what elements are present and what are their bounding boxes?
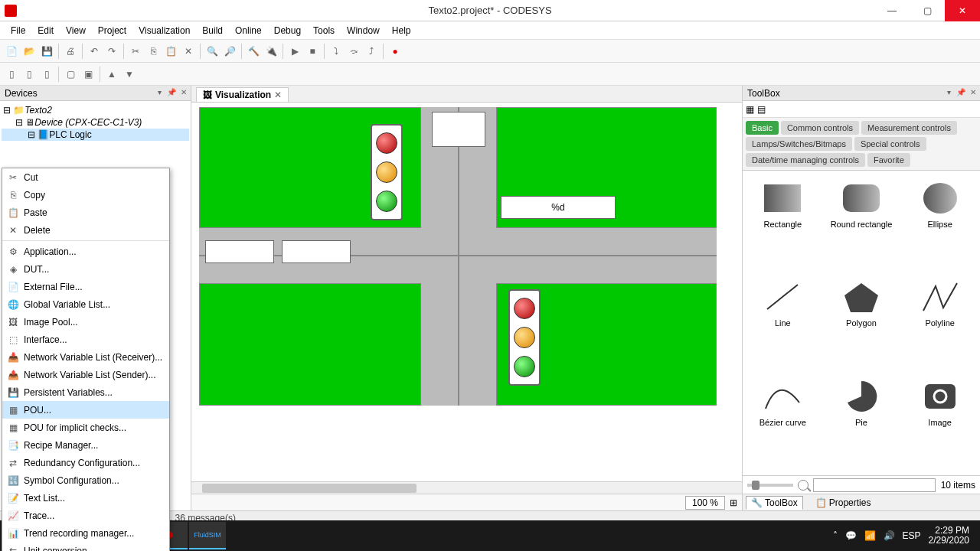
shape-bezier[interactable]: Bézier curve xyxy=(744,373,822,471)
cm-redundancy[interactable]: ⇄Redundancy Configuration... xyxy=(2,454,169,471)
menu-file[interactable]: File xyxy=(5,24,31,37)
undo-icon[interactable]: ↶ xyxy=(86,43,103,60)
menu-view[interactable]: View xyxy=(60,24,92,37)
close-button[interactable]: ✕ xyxy=(945,0,980,21)
cm-cut[interactable]: ✂Cut xyxy=(2,168,169,186)
step-out-icon[interactable]: ⤴ xyxy=(363,43,380,60)
minimize-button[interactable]: — xyxy=(874,0,910,21)
cm-nvl-receiver[interactable]: 📥Network Variable List (Receiver)... xyxy=(2,348,169,366)
tray-volume-icon[interactable]: 🔊 xyxy=(884,530,895,541)
shape-polygon[interactable]: Polygon xyxy=(823,274,900,371)
textbox-left-1[interactable] xyxy=(205,240,274,263)
menu-window[interactable]: Window xyxy=(341,24,386,37)
category-basic[interactable]: Basic xyxy=(746,121,779,135)
cm-pou[interactable]: ▦POU... xyxy=(2,401,169,419)
category-special[interactable]: Special controls xyxy=(854,137,926,151)
group-icon[interactable]: ▢ xyxy=(62,66,79,83)
cm-paste[interactable]: 📋Paste xyxy=(2,204,169,221)
panel-close-icon[interactable]: ✕ xyxy=(968,88,978,99)
tree-plc-logic[interactable]: ⊟ 📘 PLC Logic xyxy=(2,129,189,141)
tray-network-icon[interactable]: 📶 xyxy=(864,530,876,541)
cut-icon[interactable]: ✂ xyxy=(127,43,144,60)
paste-icon[interactable]: 📋 xyxy=(162,43,179,60)
zoom-slider[interactable] xyxy=(747,484,793,487)
shape-pie[interactable]: Pie xyxy=(823,373,900,471)
panel-dropdown-icon[interactable]: ▾ xyxy=(943,88,954,99)
cm-delete[interactable]: ✕Delete xyxy=(2,221,169,239)
category-favorite[interactable]: Favorite xyxy=(867,153,910,167)
menu-build[interactable]: Build xyxy=(196,24,229,37)
save-icon[interactable]: 💾 xyxy=(38,43,55,60)
bring-front-icon[interactable]: ▲ xyxy=(103,66,120,83)
shape-line[interactable]: Line xyxy=(744,274,822,371)
menu-help[interactable]: Help xyxy=(386,24,417,37)
tray-clock[interactable]: 2:29 PM 2/29/2020 xyxy=(929,526,969,546)
cm-interface[interactable]: ⬚Interface... xyxy=(2,331,169,348)
cm-image-pool[interactable]: 🖼Image Pool... xyxy=(2,313,169,331)
tree-project[interactable]: ⊟ 📁 Texto2 xyxy=(2,104,189,116)
step-over-icon[interactable]: ⤼ xyxy=(345,43,362,60)
new-icon[interactable]: 📄 xyxy=(3,43,20,60)
menu-debug[interactable]: Debug xyxy=(268,24,307,37)
shape-polyline[interactable]: Polyline xyxy=(901,274,978,371)
shape-round-rectangle[interactable]: Round rectangle xyxy=(823,175,900,272)
ungroup-icon[interactable]: ▣ xyxy=(80,66,96,83)
menu-visualization[interactable]: Visualization xyxy=(132,24,196,37)
tray-icon[interactable]: 💬 xyxy=(845,530,857,541)
cm-trend[interactable]: 📊Trend recording manager... xyxy=(2,524,169,542)
shape-rectangle[interactable]: Rectangle xyxy=(744,175,822,272)
menu-project[interactable]: Project xyxy=(92,24,132,37)
cm-symbol-config[interactable]: 🔣Symbol Configuration... xyxy=(2,471,169,489)
category-measurement[interactable]: Measurement controls xyxy=(861,121,957,135)
tray-lang[interactable]: ESP xyxy=(903,530,921,541)
cm-application[interactable]: ⚙Application... xyxy=(2,243,169,260)
textbox-top[interactable] xyxy=(432,112,485,147)
print-icon[interactable]: 🖨 xyxy=(62,43,79,60)
cm-persistent-vars[interactable]: 💾Persistent Variables... xyxy=(2,383,169,401)
menu-online[interactable]: Online xyxy=(229,24,268,37)
task-fluidsim[interactable]: FluidSIM xyxy=(189,522,226,549)
cm-nvl-sender[interactable]: 📤Network Variable List (Sender)... xyxy=(2,366,169,383)
stop-icon[interactable]: ■ xyxy=(304,43,321,60)
horizontal-scrollbar[interactable] xyxy=(191,481,742,494)
panel-dropdown-icon[interactable]: ▾ xyxy=(154,88,165,99)
zoom-level[interactable]: 100 % xyxy=(685,496,725,510)
maximize-button[interactable]: ▢ xyxy=(910,0,945,21)
copy-icon[interactable]: ⎘ xyxy=(145,43,162,60)
cm-recipe-manager[interactable]: 📑Recipe Manager... xyxy=(2,436,169,454)
textbox-display[interactable]: %d xyxy=(501,196,616,219)
cm-copy[interactable]: ⎘Copy xyxy=(2,186,169,204)
visualization-canvas[interactable]: %d xyxy=(191,103,742,481)
delete-icon[interactable]: ✕ xyxy=(180,43,197,60)
traffic-light-2[interactable] xyxy=(508,289,541,386)
traffic-light-1[interactable] xyxy=(371,124,403,220)
menu-tools[interactable]: Tools xyxy=(307,24,341,37)
menu-edit[interactable]: Edit xyxy=(31,24,60,37)
step-into-icon[interactable]: ⤵ xyxy=(328,43,345,60)
shape-image[interactable]: Image xyxy=(901,373,978,471)
tab-visualization[interactable]: 🖼 Visualization ✕ xyxy=(196,87,289,102)
cm-trace[interactable]: 📈Trace... xyxy=(2,507,169,524)
tab-properties[interactable]: 📋 Properties xyxy=(811,497,876,509)
cm-external-file[interactable]: 📄External File... xyxy=(2,278,169,295)
shape-ellipse[interactable]: Ellipse xyxy=(901,175,978,272)
toolbox-search-input[interactable] xyxy=(813,478,936,492)
cm-global-var[interactable]: 🌐Global Variable List... xyxy=(2,295,169,313)
login-icon[interactable]: 🔌 xyxy=(263,43,279,60)
grass-bottom-left[interactable] xyxy=(199,283,421,406)
breakpoint-icon[interactable]: ● xyxy=(387,43,403,60)
find-icon[interactable]: 🔍 xyxy=(204,43,220,60)
send-back-icon[interactable]: ▼ xyxy=(121,66,138,83)
icon-view-icon[interactable]: ▤ xyxy=(757,104,766,115)
zoom-fit-icon[interactable]: ⊞ xyxy=(730,497,737,508)
panel-close-icon[interactable]: ✕ xyxy=(178,88,189,99)
list-view-icon[interactable]: ▦ xyxy=(746,104,754,115)
category-lamps[interactable]: Lamps/Switches/Bitmaps xyxy=(746,137,852,151)
align-left-icon[interactable]: ▯ xyxy=(3,66,20,83)
tab-close-icon[interactable]: ✕ xyxy=(274,90,282,100)
align-right-icon[interactable]: ▯ xyxy=(38,66,55,83)
align-center-icon[interactable]: ▯ xyxy=(21,66,38,83)
category-common[interactable]: Common controls xyxy=(781,121,859,135)
redo-icon[interactable]: ↷ xyxy=(103,43,120,60)
cm-pou-implicit[interactable]: ▦POU for implicit checks... xyxy=(2,419,169,436)
